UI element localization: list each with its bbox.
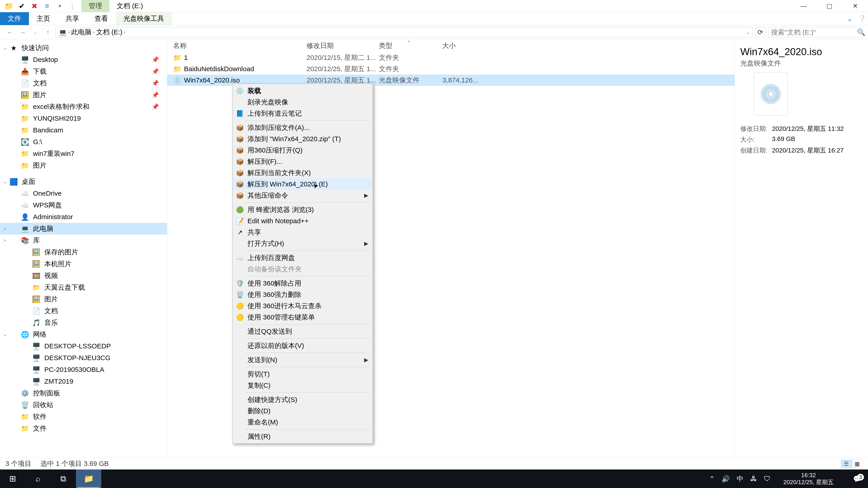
network-icon[interactable]: 🖧 <box>750 475 757 483</box>
context-menu-item[interactable]: 删除(D) <box>233 405 372 417</box>
tab-view[interactable]: 查看 <box>87 12 116 25</box>
expand-icon[interactable]: ⌵ <box>2 45 8 51</box>
nav-item[interactable]: ☁️WPS网盘 <box>0 199 167 211</box>
context-menu-item[interactable]: 📦用360压缩打开(Q) <box>233 144 372 156</box>
search-icon[interactable]: 🔍 <box>857 28 865 36</box>
nav-item[interactable]: 📁excel表格制作求和📌 <box>0 101 167 112</box>
tab-file[interactable]: 文件 <box>0 12 29 25</box>
nav-item[interactable]: ⌵🌐网络 <box>0 328 167 340</box>
ribbon-collapse-icon[interactable]: ⌄ <box>844 15 856 23</box>
breadcrumb-segment[interactable]: 文档 (E:) <box>96 28 123 37</box>
nav-item[interactable]: 🖥️PC-20190530OBLA <box>0 364 167 376</box>
close-icon[interactable]: ✖ <box>29 2 39 10</box>
context-menu-item[interactable]: 🗑️使用 360强力删除 <box>233 289 372 300</box>
context-menu-item[interactable]: 属性(R) <box>233 431 372 442</box>
nav-item[interactable]: ⌵★快速访问 <box>0 42 167 54</box>
context-menu-item[interactable]: 📝Edit with Notepad++ <box>233 215 372 227</box>
file-row[interactable]: 📁BaiduNetdiskDownload2020/12/25, 星期五 1..… <box>167 63 735 74</box>
close-button[interactable]: ✕ <box>842 0 868 12</box>
tray-chevron-icon[interactable]: ⌃ <box>709 475 715 483</box>
search-input[interactable] <box>771 29 857 36</box>
nav-item[interactable]: 👤Administrator <box>0 211 167 223</box>
context-menu-item[interactable]: 🟡使用 360管理右键菜单 <box>233 312 372 323</box>
history-dropdown[interactable]: ⌵ <box>30 27 40 37</box>
chevron-right-icon[interactable]: › <box>68 29 70 35</box>
breadcrumb-dropdown-icon[interactable]: ⌵ <box>746 29 749 35</box>
expand-icon[interactable]: ⌵ <box>2 179 8 185</box>
nav-item[interactable]: 🖥️ZMT2019 <box>0 376 167 387</box>
expand-icon[interactable]: › <box>2 237 8 243</box>
context-tab-manage[interactable]: 管理 <box>81 0 110 12</box>
context-menu-item[interactable]: ☁️上传到百度网盘 <box>233 252 372 263</box>
view-details-button[interactable]: ☰ <box>841 460 852 468</box>
chevron-right-icon[interactable]: › <box>93 29 94 35</box>
nav-item[interactable]: 🖥️DESKTOP-NJEU3CG <box>0 352 167 364</box>
context-menu-item[interactable]: 复制(C) <box>233 380 372 391</box>
nav-item[interactable]: ☁️OneDrive <box>0 188 167 199</box>
context-menu-item[interactable]: ↗共享 <box>233 227 372 238</box>
tab-home[interactable]: 主页 <box>29 12 58 25</box>
nav-item[interactable]: 🖼️图片 <box>0 293 167 305</box>
context-menu-item[interactable]: 还原以前的版本(V) <box>233 340 372 351</box>
context-menu-item[interactable]: 通过QQ发送到 <box>233 326 372 337</box>
ime-icon[interactable]: 中 <box>737 474 743 484</box>
notification-button[interactable]: 💬3 <box>846 475 868 483</box>
nav-item[interactable]: 📄文档 <box>0 305 167 317</box>
context-menu-item[interactable]: 🟡使用 360进行木马云查杀 <box>233 300 372 312</box>
start-button[interactable]: ⊞ <box>0 469 25 488</box>
volume-icon[interactable]: 🔊 <box>721 475 730 483</box>
context-menu-item[interactable]: 刻录光盘映像 <box>233 96 372 108</box>
nav-item[interactable]: ›💻此电脑 <box>0 223 167 234</box>
context-menu-item[interactable]: 📦解压到当前文件夹(X) <box>233 167 372 178</box>
context-menu-item[interactable]: 💿装载 <box>233 85 372 96</box>
tab-share[interactable]: 共享 <box>58 12 87 25</box>
nav-item[interactable]: 📁YUNQISHI2019 <box>0 112 167 124</box>
nav-item[interactable]: 🎞️视频 <box>0 270 167 282</box>
forward-button[interactable]: → <box>18 27 28 37</box>
taskbar-search-button[interactable]: ⌕ <box>25 469 51 488</box>
minimize-button[interactable]: — <box>791 0 816 12</box>
nav-item[interactable]: 🗑️回收站 <box>0 399 167 411</box>
context-menu-item[interactable]: 发送到(N)▶ <box>233 354 372 365</box>
nav-item[interactable]: 🖥️Desktop📌 <box>0 54 167 66</box>
help-icon[interactable]: ❔ <box>856 15 868 23</box>
context-menu-item[interactable]: 🟢用 蜂蜜浏览器 浏览(3) <box>233 204 372 215</box>
file-row[interactable]: 📁12020/12/15, 星期二 1...文件夹 <box>167 52 735 63</box>
context-menu-item[interactable]: 📦其他压缩命令▶ <box>233 190 372 201</box>
security-icon[interactable]: 🛡 <box>764 475 771 483</box>
nav-item[interactable]: 📁软件 <box>0 411 167 422</box>
nav-item[interactable]: 📁图片 <box>0 160 167 171</box>
context-menu-item[interactable]: 🛡️使用 360解除占用 <box>233 278 372 289</box>
nav-item[interactable]: 🖼️本机照片 <box>0 258 167 270</box>
maximize-button[interactable]: ▢ <box>816 0 842 12</box>
nav-item[interactable]: 🖼️图片📌 <box>0 89 167 101</box>
nav-item[interactable]: 🖥️DESKTOP-LSSOEDP <box>0 340 167 352</box>
column-date[interactable]: 修改日期 <box>307 41 379 51</box>
back-button[interactable]: ← <box>5 27 15 37</box>
nav-item[interactable]: 📥下载📌 <box>0 66 167 77</box>
breadcrumb-segment[interactable]: 此电脑 <box>71 28 92 37</box>
context-menu-item[interactable]: 重命名(M) <box>233 417 372 428</box>
refresh-button[interactable]: ⟳ <box>755 27 765 37</box>
column-size[interactable]: 大小 <box>442 41 487 51</box>
context-menu-item[interactable]: 打开方式(H)▶ <box>233 238 372 249</box>
task-view-button[interactable]: ⧉ <box>51 469 76 488</box>
nav-item[interactable]: 🎵音乐 <box>0 317 167 328</box>
context-menu-item[interactable]: 📦添加到 "Win7x64_2020.zip" (T) <box>233 133 372 144</box>
expand-icon[interactable]: ⌵ <box>2 331 8 337</box>
context-menu-item[interactable]: 📘上传到有道云笔记 <box>233 108 372 119</box>
nav-item[interactable]: 📁win7重装win7 <box>0 148 167 160</box>
search-box[interactable]: 🔍 <box>768 27 863 37</box>
context-menu-item[interactable]: 📦添加到压缩文件(A)... <box>233 122 372 133</box>
nav-item[interactable]: 📁Bandicam <box>0 124 167 136</box>
nav-item[interactable]: ⌵🟦桌面 <box>0 176 167 188</box>
taskbar-clock[interactable]: 16:32 2020/12/25, 星期五 <box>777 472 839 486</box>
column-name[interactable]: 名称 <box>173 41 307 51</box>
breadcrumb[interactable]: 💻 › 此电脑 › 文档 (E:) › ⌵ <box>56 27 752 37</box>
up-button[interactable]: ↑ <box>43 27 53 37</box>
context-menu-item[interactable]: 📦解压到 Win7x64_2020\ (E) <box>233 178 372 190</box>
nav-item[interactable]: 💽G:\ <box>0 136 167 148</box>
nav-item[interactable]: 📁文件 <box>0 422 167 434</box>
taskbar-explorer-button[interactable]: 📁 <box>76 469 101 488</box>
nav-item[interactable]: ⚙️控制面板 <box>0 387 167 399</box>
